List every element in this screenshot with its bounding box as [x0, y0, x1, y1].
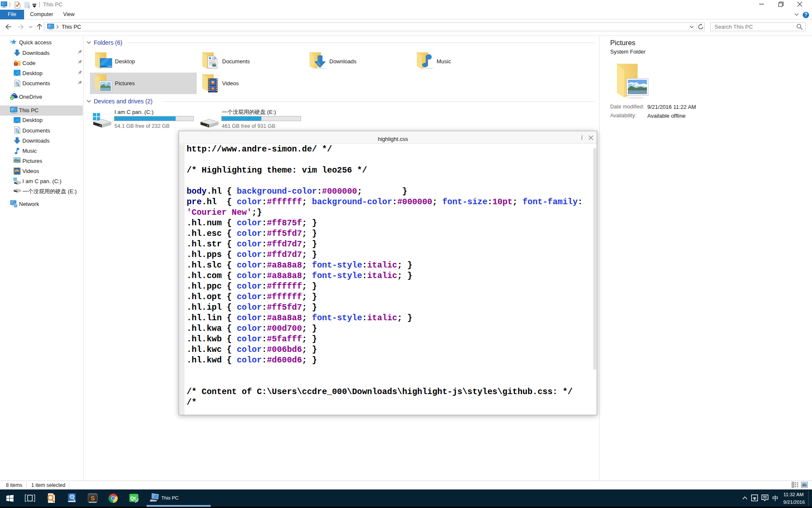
svg-text:Qt: Qt: [130, 496, 136, 501]
svg-text:S: S: [90, 494, 95, 502]
